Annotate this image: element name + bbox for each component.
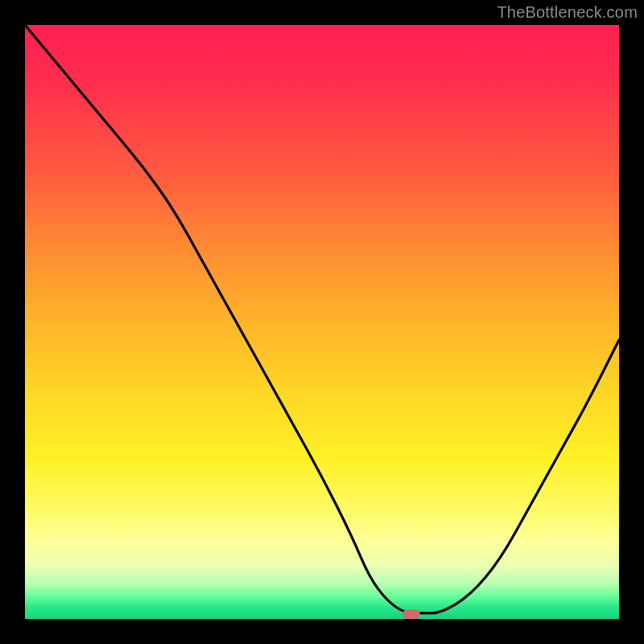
watermark-text: TheBottleneck.com	[497, 3, 638, 22]
bottleneck-curve	[25, 25, 619, 619]
chart-frame: TheBottleneck.com	[0, 0, 644, 644]
plot-area	[25, 25, 619, 619]
optimum-marker	[402, 609, 420, 619]
